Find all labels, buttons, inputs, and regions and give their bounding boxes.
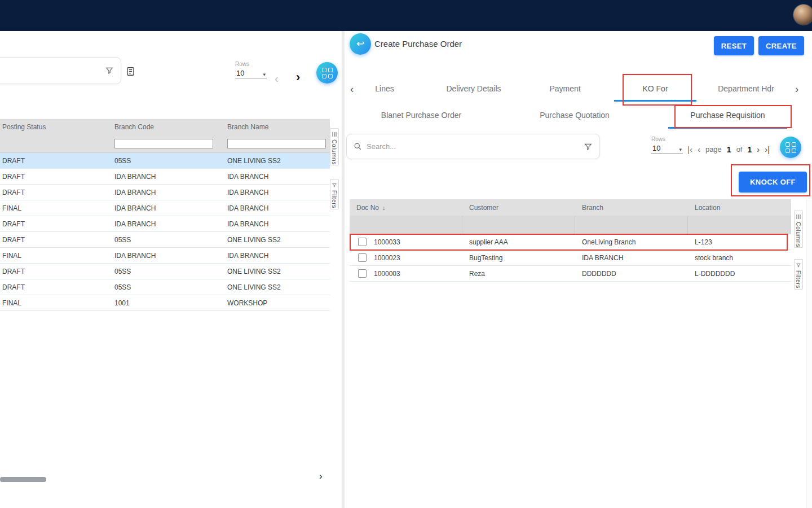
back-button[interactable]: ↩ [350, 33, 371, 55]
user-avatar[interactable] [793, 5, 812, 25]
requisition-search-input[interactable] [367, 142, 579, 151]
table-row[interactable]: 1000003 Reza DDDDDDD L-DDDDDDD [350, 266, 791, 282]
rows-value: 10 [652, 144, 660, 152]
row-checkbox[interactable] [358, 253, 367, 262]
filters-rail-label: Filters [331, 190, 338, 208]
last-page-button[interactable]: ›| [765, 144, 770, 154]
cell-location: stock branch [688, 254, 791, 262]
cell-branch-name: WORKSHOP [225, 299, 330, 307]
cell-location: L-DDDDDDD [688, 270, 791, 278]
tab-lines[interactable]: Lines [362, 76, 407, 102]
cell-branch: IDA BRANCH [575, 254, 688, 262]
table-row[interactable]: DRAFT 05SS ONE LIVING SS2 [0, 279, 330, 295]
subtab-purchase-quotation[interactable]: Purchase Quotation [513, 102, 637, 129]
tab-department-hdr[interactable]: Department Hdr [698, 76, 794, 102]
filters-rail-label: Filters [795, 270, 802, 288]
cell-doc-no: 1000033 [374, 238, 400, 246]
next-page-button[interactable]: › [757, 144, 760, 154]
reset-button[interactable]: RESET [714, 36, 754, 55]
cell-customer: Reza [462, 270, 575, 278]
table-row[interactable]: DRAFT 05SS ONE LIVING SS2 [0, 264, 330, 279]
cell-posting-status: DRAFT [0, 189, 112, 196]
cell-branch-name: IDA BRANCH [225, 173, 330, 181]
rows-label: Rows [235, 61, 267, 67]
knock-off-button[interactable]: KNOCK OFF [739, 172, 807, 192]
left-rows-per-page[interactable]: Rows 10 ▾ [235, 61, 267, 78]
left-search-input[interactable] [0, 67, 100, 75]
requisition-table-header-row: Doc No↓ Customer Branch Location [350, 199, 791, 216]
first-page-button[interactable]: |‹ [687, 144, 692, 154]
column-header-branch-code[interactable]: Branch Code [112, 123, 225, 131]
next-page-button[interactable]: › [296, 71, 300, 84]
columns-rail-label: Columns [795, 222, 802, 247]
caret-down-icon: ▾ [263, 72, 266, 77]
tabs-row: ‹ Lines Delivery Details Payment KO For … [345, 76, 812, 102]
branch-name-filter-input[interactable] [227, 139, 326, 148]
cell-branch: DDDDDDD [575, 270, 688, 278]
tabs-scroll-right[interactable]: › [795, 76, 798, 102]
columns-rail-tab[interactable]: Columns [330, 128, 339, 165]
cell-branch-code: IDA BRANCH [112, 173, 225, 181]
requisition-table-filter-row [350, 216, 791, 234]
filters-rail-tab[interactable]: Filters [794, 259, 803, 290]
filter-icon [796, 262, 801, 268]
search-icon [354, 142, 362, 151]
row-checkbox[interactable] [358, 269, 367, 278]
column-header-branch-name[interactable]: Branch Name [225, 123, 330, 131]
right-rows-per-page[interactable]: Rows 10 ▾ [651, 136, 683, 154]
vertical-scrollbar[interactable] [806, 199, 812, 508]
table-row[interactable]: DRAFT 05SS ONE LIVING SS2 [0, 153, 330, 169]
cell-branch-code: 05SS [112, 236, 225, 244]
table-row[interactable]: 1000033 supplier AAA OneLiving Branch L-… [350, 234, 791, 250]
pagination: |‹ ‹ page 1 of 1 › ›| [687, 144, 770, 154]
prev-page-button[interactable]: ‹ [275, 73, 279, 84]
sort-desc-icon[interactable]: ↓ [382, 204, 386, 211]
column-header-doc-no[interactable]: Doc No↓ [350, 204, 462, 212]
tab-ko-for[interactable]: KO For [614, 76, 696, 102]
cell-branch-name: IDA BRANCH [225, 220, 330, 228]
grid-icon [785, 142, 796, 153]
grid-icon [322, 68, 333, 78]
grid-view-button[interactable] [780, 137, 801, 158]
columns-rail-tab[interactable]: Columns [794, 211, 803, 248]
table-row[interactable]: 1000023 BugTesting IDA BRANCH stock bran… [350, 250, 791, 266]
table-row[interactable]: DRAFT 05SS ONE LIVING SS2 [0, 232, 330, 248]
column-header-posting-status[interactable]: Posting Status [0, 123, 112, 131]
prev-page-button[interactable]: ‹ [698, 144, 700, 154]
filter-icon[interactable] [105, 66, 114, 75]
subtab-blanet-purchase-order[interactable]: Blanet Purchase Order [359, 102, 483, 129]
subtabs-row: Blanet Purchase Order Purchase Quotation… [345, 102, 812, 129]
cell-branch-name: ONE LIVING SS2 [225, 268, 330, 275]
tab-payment[interactable]: Payment [531, 76, 599, 102]
subtab-purchase-requisition[interactable]: Purchase Requisition [668, 102, 787, 129]
filter-icon [332, 182, 337, 188]
table-row[interactable]: DRAFT IDA BRANCH IDA BRANCH [0, 169, 330, 185]
cell-posting-status: FINAL [0, 252, 112, 260]
row-checkbox[interactable] [358, 238, 367, 246]
column-header-customer[interactable]: Customer [462, 204, 575, 212]
table-row[interactable]: FINAL IDA BRANCH IDA BRANCH [0, 248, 330, 264]
cell-posting-status: DRAFT [0, 220, 112, 228]
filters-rail-tab[interactable]: Filters [330, 179, 339, 209]
document-icon[interactable] [125, 66, 136, 77]
tab-delivery-details[interactable]: Delivery Details [426, 76, 522, 102]
table-row[interactable]: DRAFT IDA BRANCH IDA BRANCH [0, 216, 330, 232]
cell-posting-status: DRAFT [0, 268, 112, 275]
table-row[interactable]: FINAL 1001 WORKSHOP [0, 295, 330, 311]
column-header-location[interactable]: Location [688, 204, 791, 212]
page-word: page [705, 145, 722, 154]
horizontal-scrollbar-thumb[interactable] [0, 477, 46, 482]
cell-branch: OneLiving Branch [575, 238, 688, 246]
branch-code-filter-input[interactable] [114, 139, 213, 148]
grid-view-button[interactable] [316, 62, 338, 84]
cell-posting-status: FINAL [0, 204, 112, 212]
tabs-scroll-left[interactable]: ‹ [350, 76, 354, 102]
left-table-header-row: Posting Status Branch Code Branch Name [0, 119, 330, 134]
of-word: of [736, 145, 743, 154]
column-header-branch[interactable]: Branch [575, 204, 688, 212]
table-row[interactable]: FINAL IDA BRANCH IDA BRANCH [0, 200, 330, 216]
table-row[interactable]: DRAFT IDA BRANCH IDA BRANCH [0, 185, 330, 200]
create-button[interactable]: CREATE [758, 36, 804, 55]
scroll-right-arrow[interactable]: › [319, 471, 323, 481]
filter-icon[interactable] [584, 142, 593, 151]
